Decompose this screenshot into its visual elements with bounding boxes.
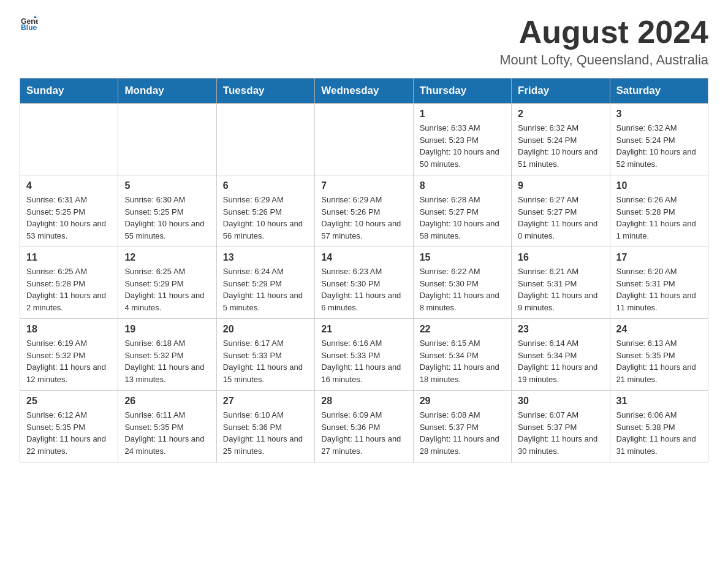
cell-day-number: 9: [518, 180, 603, 191]
cell-sun-info: Sunrise: 6:17 AMSunset: 5:33 PMDaylight:…: [223, 337, 308, 385]
calendar-cell: 30Sunrise: 6:07 AMSunset: 5:37 PMDayligh…: [512, 391, 610, 462]
weekday-header-wednesday: Wednesday: [315, 79, 413, 104]
cell-day-number: 24: [616, 324, 702, 335]
calendar-cell: 4Sunrise: 6:31 AMSunset: 5:25 PMDaylight…: [20, 175, 118, 247]
cell-day-number: 25: [26, 396, 112, 407]
cell-day-number: 19: [124, 324, 210, 335]
calendar-cell: 15Sunrise: 6:22 AMSunset: 5:30 PMDayligh…: [413, 247, 511, 319]
cell-day-number: 27: [223, 396, 308, 407]
calendar-cell: 3Sunrise: 6:32 AMSunset: 5:24 PMDaylight…: [610, 104, 708, 175]
calendar-cell: 23Sunrise: 6:14 AMSunset: 5:34 PMDayligh…: [512, 319, 610, 391]
calendar-cell: 16Sunrise: 6:21 AMSunset: 5:31 PMDayligh…: [512, 247, 610, 319]
cell-day-number: 18: [26, 324, 112, 335]
cell-day-number: 11: [26, 252, 112, 263]
calendar-cell: 11Sunrise: 6:25 AMSunset: 5:28 PMDayligh…: [20, 247, 118, 319]
calendar-cell: 19Sunrise: 6:18 AMSunset: 5:32 PMDayligh…: [118, 319, 216, 391]
cell-sun-info: Sunrise: 6:15 AMSunset: 5:34 PMDaylight:…: [420, 337, 505, 385]
cell-sun-info: Sunrise: 6:16 AMSunset: 5:33 PMDaylight:…: [321, 337, 406, 385]
cell-sun-info: Sunrise: 6:14 AMSunset: 5:34 PMDaylight:…: [518, 337, 603, 385]
calendar-week-row: 18Sunrise: 6:19 AMSunset: 5:32 PMDayligh…: [20, 319, 708, 391]
cell-sun-info: Sunrise: 6:18 AMSunset: 5:32 PMDaylight:…: [124, 337, 210, 385]
calendar-body: 1Sunrise: 6:33 AMSunset: 5:23 PMDaylight…: [20, 104, 708, 462]
calendar-table: SundayMondayTuesdayWednesdayThursdayFrid…: [20, 78, 708, 462]
cell-day-number: 1: [420, 109, 505, 120]
calendar-header: SundayMondayTuesdayWednesdayThursdayFrid…: [20, 79, 708, 104]
calendar-cell: 6Sunrise: 6:29 AMSunset: 5:26 PMDaylight…: [216, 175, 314, 247]
calendar-cell: 10Sunrise: 6:26 AMSunset: 5:28 PMDayligh…: [610, 175, 708, 247]
cell-day-number: 21: [321, 324, 406, 335]
cell-sun-info: Sunrise: 6:27 AMSunset: 5:27 PMDaylight:…: [518, 194, 603, 242]
calendar-week-row: 11Sunrise: 6:25 AMSunset: 5:28 PMDayligh…: [20, 247, 708, 319]
weekday-header-monday: Monday: [118, 79, 216, 104]
cell-day-number: 30: [518, 396, 603, 407]
calendar-cell: 26Sunrise: 6:11 AMSunset: 5:35 PMDayligh…: [118, 391, 216, 462]
cell-sun-info: Sunrise: 6:29 AMSunset: 5:26 PMDaylight:…: [223, 194, 308, 242]
svg-text:Blue: Blue: [21, 23, 37, 32]
weekday-header-row: SundayMondayTuesdayWednesdayThursdayFrid…: [20, 79, 708, 104]
svg-marker-1: [34, 15, 37, 18]
calendar-cell: 29Sunrise: 6:08 AMSunset: 5:37 PMDayligh…: [413, 391, 511, 462]
cell-sun-info: Sunrise: 6:10 AMSunset: 5:36 PMDaylight:…: [223, 409, 308, 457]
calendar-cell: [20, 104, 118, 175]
calendar-cell: 20Sunrise: 6:17 AMSunset: 5:33 PMDayligh…: [216, 319, 314, 391]
cell-day-number: 3: [616, 109, 702, 120]
cell-day-number: 15: [420, 252, 505, 263]
calendar-cell: 8Sunrise: 6:28 AMSunset: 5:27 PMDaylight…: [413, 175, 511, 247]
cell-day-number: 20: [223, 324, 308, 335]
calendar-cell: 2Sunrise: 6:32 AMSunset: 5:24 PMDaylight…: [512, 104, 610, 175]
cell-sun-info: Sunrise: 6:09 AMSunset: 5:36 PMDaylight:…: [321, 409, 406, 457]
weekday-header-friday: Friday: [512, 79, 610, 104]
calendar-cell: [315, 104, 413, 175]
cell-day-number: 7: [321, 180, 406, 191]
cell-day-number: 10: [616, 180, 702, 191]
calendar-cell: [216, 104, 314, 175]
cell-sun-info: Sunrise: 6:32 AMSunset: 5:24 PMDaylight:…: [518, 122, 603, 170]
calendar-week-row: 1Sunrise: 6:33 AMSunset: 5:23 PMDaylight…: [20, 104, 708, 175]
weekday-header-tuesday: Tuesday: [216, 79, 314, 104]
cell-sun-info: Sunrise: 6:23 AMSunset: 5:30 PMDaylight:…: [321, 266, 406, 313]
calendar-cell: 22Sunrise: 6:15 AMSunset: 5:34 PMDayligh…: [413, 319, 511, 391]
cell-day-number: 8: [420, 180, 505, 191]
calendar-cell: 28Sunrise: 6:09 AMSunset: 5:36 PMDayligh…: [315, 391, 413, 462]
calendar-cell: 7Sunrise: 6:29 AMSunset: 5:26 PMDaylight…: [315, 175, 413, 247]
calendar-week-row: 4Sunrise: 6:31 AMSunset: 5:25 PMDaylight…: [20, 175, 708, 247]
cell-day-number: 22: [420, 324, 505, 335]
cell-sun-info: Sunrise: 6:07 AMSunset: 5:37 PMDaylight:…: [518, 409, 603, 457]
cell-day-number: 5: [124, 180, 210, 191]
cell-sun-info: Sunrise: 6:24 AMSunset: 5:29 PMDaylight:…: [223, 266, 308, 313]
calendar-cell: 17Sunrise: 6:20 AMSunset: 5:31 PMDayligh…: [610, 247, 708, 319]
calendar-cell: 24Sunrise: 6:13 AMSunset: 5:35 PMDayligh…: [610, 319, 708, 391]
calendar-cell: 31Sunrise: 6:06 AMSunset: 5:38 PMDayligh…: [610, 391, 708, 462]
cell-day-number: 6: [223, 180, 308, 191]
cell-day-number: 14: [321, 252, 406, 263]
cell-sun-info: Sunrise: 6:06 AMSunset: 5:38 PMDaylight:…: [616, 409, 702, 457]
cell-day-number: 26: [124, 396, 210, 407]
month-year-title: August 2024: [499, 15, 708, 50]
cell-sun-info: Sunrise: 6:32 AMSunset: 5:24 PMDaylight:…: [616, 122, 702, 170]
cell-day-number: 16: [518, 252, 603, 263]
cell-sun-info: Sunrise: 6:08 AMSunset: 5:37 PMDaylight:…: [420, 409, 505, 457]
weekday-header-thursday: Thursday: [413, 79, 511, 104]
cell-day-number: 12: [124, 252, 210, 263]
logo-icon: General Blue: [21, 15, 38, 32]
cell-sun-info: Sunrise: 6:13 AMSunset: 5:35 PMDaylight:…: [616, 337, 702, 385]
calendar-cell: 25Sunrise: 6:12 AMSunset: 5:35 PMDayligh…: [20, 391, 118, 462]
cell-sun-info: Sunrise: 6:26 AMSunset: 5:28 PMDaylight:…: [616, 194, 702, 242]
location-subtitle: Mount Lofty, Queensland, Australia: [499, 52, 708, 68]
cell-sun-info: Sunrise: 6:12 AMSunset: 5:35 PMDaylight:…: [26, 409, 112, 457]
weekday-header-saturday: Saturday: [610, 79, 708, 104]
calendar-cell: 9Sunrise: 6:27 AMSunset: 5:27 PMDaylight…: [512, 175, 610, 247]
calendar-cell: [118, 104, 216, 175]
calendar-cell: 14Sunrise: 6:23 AMSunset: 5:30 PMDayligh…: [315, 247, 413, 319]
cell-sun-info: Sunrise: 6:22 AMSunset: 5:30 PMDaylight:…: [420, 266, 505, 313]
cell-sun-info: Sunrise: 6:29 AMSunset: 5:26 PMDaylight:…: [321, 194, 406, 242]
calendar-cell: 1Sunrise: 6:33 AMSunset: 5:23 PMDaylight…: [413, 104, 511, 175]
calendar-cell: 27Sunrise: 6:10 AMSunset: 5:36 PMDayligh…: [216, 391, 314, 462]
cell-sun-info: Sunrise: 6:11 AMSunset: 5:35 PMDaylight:…: [124, 409, 210, 457]
cell-sun-info: Sunrise: 6:33 AMSunset: 5:23 PMDaylight:…: [420, 122, 505, 170]
cell-sun-info: Sunrise: 6:31 AMSunset: 5:25 PMDaylight:…: [26, 194, 112, 242]
cell-sun-info: Sunrise: 6:28 AMSunset: 5:27 PMDaylight:…: [420, 194, 505, 242]
cell-day-number: 2: [518, 109, 603, 120]
cell-day-number: 23: [518, 324, 603, 335]
cell-day-number: 28: [321, 396, 406, 407]
